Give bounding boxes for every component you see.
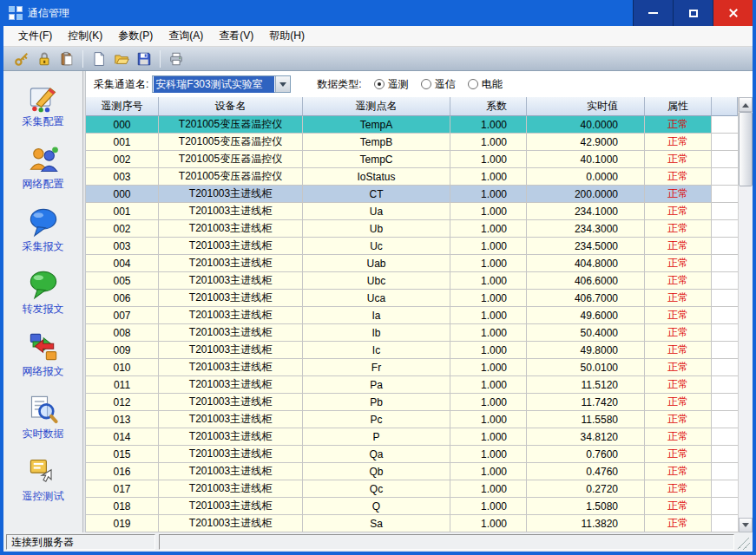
radio-energy[interactable]: 电能	[468, 77, 503, 92]
cell-coef: 1.000	[450, 359, 527, 376]
cell-point: Uca	[303, 290, 450, 307]
header-seq[interactable]: 遥测序号	[86, 97, 159, 116]
table-row[interactable]: 005T201003主进线柜Ubc1.000406.6000正常	[86, 272, 738, 290]
cell-device: T201003主进线柜	[159, 463, 303, 480]
menu-file[interactable]: 文件(F)	[10, 26, 60, 46]
table-row[interactable]: 017T201003主进线柜Qc1.0000.2720正常	[86, 480, 738, 498]
cell-status: 正常	[645, 515, 712, 532]
table-row[interactable]: 018T201003主进线柜Q1.0001.5080正常	[86, 498, 738, 515]
header-device[interactable]: 设备名	[159, 97, 303, 116]
table-row[interactable]: 006T201003主进线柜Uca1.000406.7000正常	[86, 290, 738, 307]
menu-view[interactable]: 查看(V)	[211, 26, 261, 46]
table-row[interactable]: 000T201005变压器温控仪TempA1.00040.0000正常	[86, 116, 738, 134]
app-window: 通信管理 文件(F) 控制(K) 参数(P) 查询(A) 查看(V) 帮助(H)	[0, 0, 756, 555]
table-row[interactable]: 011T201003主进线柜Pa1.00011.5120正常	[86, 376, 738, 394]
table-row[interactable]: 009T201003主进线柜Ic1.00049.8000正常	[86, 342, 738, 359]
sidebar-item-collect-message[interactable]: 采集报文	[7, 206, 80, 254]
cell-filler	[712, 359, 738, 376]
table-row[interactable]: 008T201003主进线柜Ib1.00050.4000正常	[86, 324, 738, 342]
table-row[interactable]: 002T201003主进线柜Ub1.000234.3000正常	[86, 220, 738, 238]
header-coef[interactable]: 系数	[450, 97, 527, 116]
sidebar-item-collect-config[interactable]: 采集配置	[7, 82, 80, 129]
table-row[interactable]: 015T201003主进线柜Qa1.0000.7600正常	[86, 446, 738, 463]
table-row[interactable]: 014T201003主进线柜P1.00034.8120正常	[86, 428, 738, 446]
table-row[interactable]: 000T201003主进线柜CT1.000200.0000正常	[86, 186, 738, 203]
cell-status: 正常	[645, 376, 712, 394]
sidebar-item-realtime-data[interactable]: 实时数据	[7, 394, 80, 441]
cell-value: 49.6000	[527, 307, 645, 324]
maximize-button[interactable]	[673, 0, 713, 26]
table-row[interactable]: 003T201005变压器温控仪IoStatus1.0000.0000正常	[86, 168, 738, 186]
menu-control[interactable]: 控制(K)	[60, 26, 110, 46]
table-row[interactable]: 019T201003主进线柜Sa1.00011.3820正常	[86, 515, 738, 532]
cell-status: 正常	[645, 168, 712, 186]
cell-filler	[712, 428, 738, 446]
scrollbar-thumb[interactable]	[739, 112, 753, 186]
radio-telemetry[interactable]: 遥测	[374, 77, 409, 92]
cell-seq: 002	[86, 220, 159, 238]
scrollbar-track[interactable]	[739, 112, 753, 518]
header-value[interactable]: 实时值	[527, 97, 645, 116]
cell-coef: 1.000	[450, 342, 527, 359]
cell-device: T201003主进线柜	[159, 394, 303, 411]
scroll-up-button[interactable]	[739, 97, 753, 112]
cell-point: P	[303, 428, 450, 446]
sidebar-item-network-message[interactable]: 网络报文	[7, 331, 80, 379]
cell-point: Uab	[303, 255, 450, 272]
key-icon[interactable]	[11, 49, 32, 69]
cell-device: T201005变压器温控仪	[159, 151, 303, 168]
sidebar-item-remote-test[interactable]: 遥控测试	[7, 456, 80, 504]
radio-telesignal[interactable]: 遥信	[421, 77, 456, 92]
open-folder-icon[interactable]	[111, 49, 132, 69]
data-table: 遥测序号 设备名 遥测点名 系数 实时值 属性 000T201005变压器温控仪…	[86, 97, 753, 532]
channel-label: 采集通道名:	[94, 77, 148, 92]
resize-grip-icon[interactable]	[738, 538, 750, 550]
menu-params[interactable]: 参数(P)	[110, 26, 161, 46]
cell-coef: 1.000	[450, 463, 527, 480]
print-icon[interactable]	[166, 49, 187, 69]
cell-point: Q	[303, 498, 450, 515]
cell-value: 11.5580	[527, 411, 645, 428]
header-status[interactable]: 属性	[645, 97, 712, 116]
save-icon[interactable]	[134, 49, 154, 69]
new-file-icon[interactable]	[89, 49, 109, 69]
sidebar-label: 转发报文	[23, 302, 64, 317]
table-row[interactable]: 012T201003主进线柜Pb1.00011.7420正常	[86, 394, 738, 411]
minimize-button[interactable]	[633, 0, 673, 26]
table-row[interactable]: 016T201003主进线柜Qb1.0000.4760正常	[86, 463, 738, 480]
scroll-down-button[interactable]	[739, 518, 753, 532]
header-point[interactable]: 遥测点名	[303, 97, 450, 116]
sidebar-item-forward-message[interactable]: 转发报文	[7, 269, 80, 317]
status-panel-empty	[159, 534, 734, 550]
cell-point: Fr	[303, 359, 450, 376]
app-icon	[9, 6, 23, 20]
table-row[interactable]: 003T201003主进线柜Uc1.000234.5000正常	[86, 238, 738, 255]
table-row[interactable]: 010T201003主进线柜Fr1.00050.0100正常	[86, 359, 738, 376]
table-header: 遥测序号 设备名 遥测点名 系数 实时值 属性	[86, 97, 738, 116]
chevron-down-icon[interactable]	[275, 76, 290, 92]
cell-point: Qa	[303, 446, 450, 463]
sidebar-item-network-config[interactable]: 网络配置	[7, 144, 80, 192]
table-row[interactable]: 001T201003主进线柜Ua1.000234.1000正常	[86, 203, 738, 220]
channel-select[interactable]: 安科瑞F303测试实验室	[152, 75, 291, 93]
cell-status: 正常	[645, 272, 712, 290]
menu-help[interactable]: 帮助(H)	[261, 26, 312, 46]
cell-status: 正常	[645, 307, 712, 324]
paste-icon[interactable]	[56, 49, 77, 69]
cell-filler	[712, 498, 738, 515]
toolbar-separator	[160, 50, 161, 68]
vertical-scrollbar[interactable]	[738, 97, 753, 532]
status-connection: 连接到服务器	[6, 534, 155, 550]
radio-icon	[421, 79, 431, 89]
table-row[interactable]: 001T201005变压器温控仪TempB1.00042.9000正常	[86, 134, 738, 151]
table-row[interactable]: 013T201003主进线柜Pc1.00011.5580正常	[86, 411, 738, 428]
table-row[interactable]: 007T201003主进线柜Ia1.00049.6000正常	[86, 307, 738, 324]
cell-coef: 1.000	[450, 151, 527, 168]
table-row[interactable]: 002T201005变压器温控仪TempC1.00040.1000正常	[86, 151, 738, 168]
arrow-down-icon	[742, 523, 749, 531]
cell-device: T201003主进线柜	[159, 498, 303, 515]
table-row[interactable]: 004T201003主进线柜Uab1.000404.8000正常	[86, 255, 738, 272]
lock-icon[interactable]	[34, 49, 55, 69]
close-button[interactable]	[713, 0, 753, 26]
menu-query[interactable]: 查询(A)	[161, 26, 211, 46]
